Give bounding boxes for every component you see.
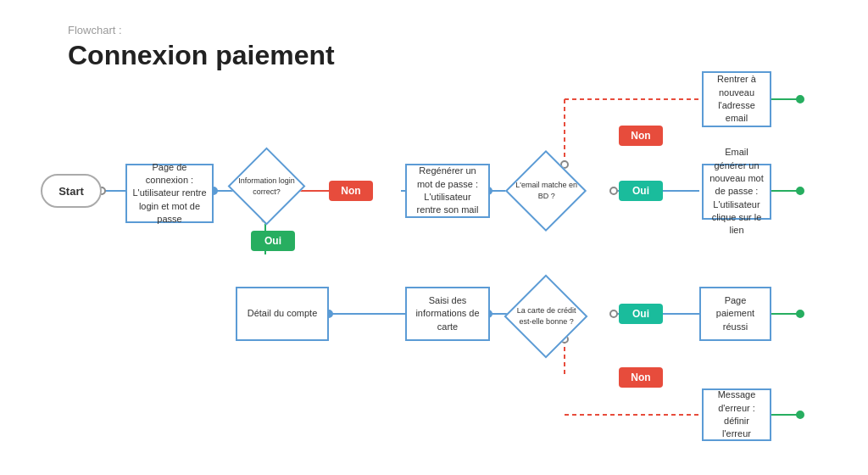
saisi-infos-node: Saisi des informations de carte bbox=[405, 287, 490, 341]
non-badge-carte: Non bbox=[619, 367, 663, 388]
svg-point-24 bbox=[797, 187, 804, 194]
rentrer-email-node: Rentrer à nouveau l'adresse email bbox=[702, 71, 771, 127]
page-connexion-node: Page de connexion : L'utilisateur rentre… bbox=[125, 164, 214, 223]
oui-badge-1: Oui bbox=[619, 181, 663, 201]
svg-point-30 bbox=[797, 310, 804, 317]
svg-point-31 bbox=[797, 411, 804, 418]
oui-badge-login: Oui bbox=[251, 231, 295, 251]
carte-bonne-node: La carte de crédit est-elle bonne ? bbox=[515, 278, 576, 355]
message-erreur-node: Message d'erreur : définir l'erreur bbox=[702, 388, 771, 441]
start-node: Start bbox=[41, 174, 102, 208]
email-genere-node: Email générer un nouveau mot de passe : … bbox=[702, 164, 771, 220]
svg-point-23 bbox=[797, 96, 804, 103]
info-login-node: Information login correct? bbox=[236, 155, 297, 216]
svg-point-22 bbox=[610, 187, 617, 194]
flowchart-label: Flowchart : bbox=[68, 24, 335, 36]
non-badge-2: Non bbox=[619, 126, 663, 146]
email-match-node: L'email matche en BD ? bbox=[515, 155, 576, 226]
oui-badge-carte: Oui bbox=[619, 304, 663, 324]
detail-compte-node: Détail du compte bbox=[236, 287, 329, 341]
non-badge-1: Non bbox=[329, 181, 373, 201]
page-title: Connexion paiement bbox=[68, 40, 335, 71]
page: Flowchart : Connexion paiement bbox=[0, 0, 868, 475]
header: Flowchart : Connexion paiement bbox=[68, 24, 335, 71]
regenerer-node: Regénérer un mot de passe : L'utilisateu… bbox=[405, 164, 490, 218]
svg-point-28 bbox=[610, 310, 617, 317]
page-paiement-node: Page paiement réussi bbox=[699, 287, 771, 341]
